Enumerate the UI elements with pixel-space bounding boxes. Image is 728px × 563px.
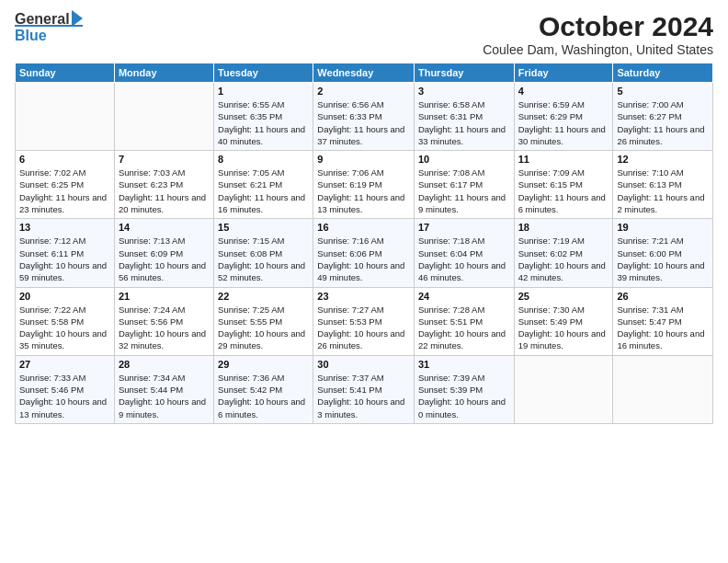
day-number: 23	[317, 291, 410, 302]
table-cell: 15Sunrise: 7:15 AM Sunset: 6:08 PM Dayli…	[214, 219, 313, 287]
day-number: 7	[119, 154, 210, 165]
day-number: 4	[518, 86, 609, 97]
day-info: Sunrise: 7:33 AM Sunset: 5:46 PM Dayligh…	[19, 372, 110, 420]
table-cell	[514, 355, 613, 423]
table-cell: 4Sunrise: 6:59 AM Sunset: 6:29 PM Daylig…	[514, 83, 613, 151]
col-monday: Monday	[114, 63, 213, 83]
day-number: 5	[617, 86, 709, 97]
day-number: 20	[19, 291, 110, 302]
table-cell: 26Sunrise: 7:31 AM Sunset: 5:47 PM Dayli…	[613, 287, 713, 355]
day-info: Sunrise: 7:39 AM Sunset: 5:39 PM Dayligh…	[418, 372, 510, 420]
logo: General Blue	[15, 11, 83, 44]
day-info: Sunrise: 6:58 AM Sunset: 6:31 PM Dayligh…	[418, 98, 510, 147]
table-cell: 13Sunrise: 7:12 AM Sunset: 6:11 PM Dayli…	[16, 219, 115, 287]
day-number: 28	[119, 359, 210, 370]
day-number: 2	[317, 86, 410, 97]
day-number: 30	[317, 359, 410, 370]
table-cell: 8Sunrise: 7:05 AM Sunset: 6:21 PM Daylig…	[214, 151, 313, 219]
day-info: Sunrise: 7:08 AM Sunset: 6:17 PM Dayligh…	[418, 167, 510, 215]
day-info: Sunrise: 6:55 AM Sunset: 6:35 PM Dayligh…	[218, 98, 309, 147]
table-cell: 1Sunrise: 6:55 AM Sunset: 6:35 PM Daylig…	[214, 83, 313, 151]
day-info: Sunrise: 7:28 AM Sunset: 5:51 PM Dayligh…	[418, 304, 510, 352]
day-number: 17	[418, 222, 510, 233]
day-number: 14	[119, 222, 210, 233]
table-cell: 22Sunrise: 7:25 AM Sunset: 5:55 PM Dayli…	[214, 287, 313, 355]
day-info: Sunrise: 7:15 AM Sunset: 6:08 PM Dayligh…	[218, 235, 309, 283]
day-info: Sunrise: 7:09 AM Sunset: 6:15 PM Dayligh…	[518, 167, 609, 215]
table-cell: 10Sunrise: 7:08 AM Sunset: 6:17 PM Dayli…	[414, 151, 514, 219]
day-info: Sunrise: 7:25 AM Sunset: 5:55 PM Dayligh…	[218, 304, 309, 352]
day-info: Sunrise: 7:34 AM Sunset: 5:44 PM Dayligh…	[119, 372, 210, 420]
table-cell: 6Sunrise: 7:02 AM Sunset: 6:25 PM Daylig…	[16, 151, 115, 219]
day-number: 3	[418, 86, 510, 97]
day-info: Sunrise: 7:12 AM Sunset: 6:11 PM Dayligh…	[19, 235, 110, 283]
col-thursday: Thursday	[414, 63, 514, 83]
header: General Blue October 2024 Coulee Dam, Wa…	[15, 11, 713, 57]
calendar-body: 1Sunrise: 6:55 AM Sunset: 6:35 PM Daylig…	[16, 83, 713, 424]
table-cell: 2Sunrise: 6:56 AM Sunset: 6:33 PM Daylig…	[313, 83, 415, 151]
day-number: 12	[617, 154, 709, 165]
calendar-header: Sunday Monday Tuesday Wednesday Thursday…	[16, 63, 713, 83]
day-info: Sunrise: 7:19 AM Sunset: 6:02 PM Dayligh…	[518, 235, 609, 283]
title-block: October 2024 Coulee Dam, Washington, Uni…	[483, 11, 713, 57]
col-saturday: Saturday	[613, 63, 713, 83]
day-number: 11	[518, 154, 609, 165]
day-info: Sunrise: 7:06 AM Sunset: 6:19 PM Dayligh…	[317, 167, 410, 215]
table-cell	[613, 355, 713, 423]
day-info: Sunrise: 7:13 AM Sunset: 6:09 PM Dayligh…	[119, 235, 210, 283]
day-info: Sunrise: 7:18 AM Sunset: 6:04 PM Dayligh…	[418, 235, 510, 283]
week-row-2: 6Sunrise: 7:02 AM Sunset: 6:25 PM Daylig…	[16, 151, 713, 219]
day-number: 10	[418, 154, 510, 165]
logo-chevron-icon	[72, 10, 83, 27]
day-number: 21	[119, 291, 210, 302]
day-number: 31	[418, 359, 510, 370]
day-info: Sunrise: 7:22 AM Sunset: 5:58 PM Dayligh…	[19, 304, 110, 352]
table-cell: 19Sunrise: 7:21 AM Sunset: 6:00 PM Dayli…	[613, 219, 713, 287]
calendar-table: Sunday Monday Tuesday Wednesday Thursday…	[15, 63, 713, 424]
table-cell	[114, 83, 213, 151]
table-cell: 16Sunrise: 7:16 AM Sunset: 6:06 PM Dayli…	[313, 219, 415, 287]
day-number: 1	[218, 86, 309, 97]
table-cell: 23Sunrise: 7:27 AM Sunset: 5:53 PM Dayli…	[313, 287, 415, 355]
col-friday: Friday	[514, 63, 613, 83]
logo-bottom: Blue	[15, 25, 83, 44]
table-cell: 11Sunrise: 7:09 AM Sunset: 6:15 PM Dayli…	[514, 151, 613, 219]
page: General Blue October 2024 Coulee Dam, Wa…	[0, 0, 728, 563]
day-info: Sunrise: 6:56 AM Sunset: 6:33 PM Dayligh…	[317, 98, 410, 147]
day-info: Sunrise: 6:59 AM Sunset: 6:29 PM Dayligh…	[518, 98, 609, 147]
table-cell: 30Sunrise: 7:37 AM Sunset: 5:41 PM Dayli…	[313, 355, 415, 423]
table-cell: 29Sunrise: 7:36 AM Sunset: 5:42 PM Dayli…	[214, 355, 313, 423]
table-cell: 24Sunrise: 7:28 AM Sunset: 5:51 PM Dayli…	[414, 287, 514, 355]
calendar-subtitle: Coulee Dam, Washington, United States	[483, 42, 713, 57]
day-number: 13	[19, 222, 110, 233]
day-info: Sunrise: 7:30 AM Sunset: 5:49 PM Dayligh…	[518, 304, 609, 352]
day-info: Sunrise: 7:16 AM Sunset: 6:06 PM Dayligh…	[317, 235, 410, 283]
table-cell: 17Sunrise: 7:18 AM Sunset: 6:04 PM Dayli…	[414, 219, 514, 287]
day-info: Sunrise: 7:10 AM Sunset: 6:13 PM Dayligh…	[617, 167, 709, 215]
day-info: Sunrise: 7:00 AM Sunset: 6:27 PM Dayligh…	[617, 98, 709, 147]
week-row-3: 13Sunrise: 7:12 AM Sunset: 6:11 PM Dayli…	[16, 219, 713, 287]
day-info: Sunrise: 7:21 AM Sunset: 6:00 PM Dayligh…	[617, 235, 709, 283]
table-cell: 27Sunrise: 7:33 AM Sunset: 5:46 PM Dayli…	[16, 355, 115, 423]
table-cell: 12Sunrise: 7:10 AM Sunset: 6:13 PM Dayli…	[613, 151, 713, 219]
day-number: 16	[317, 222, 410, 233]
table-cell: 3Sunrise: 6:58 AM Sunset: 6:31 PM Daylig…	[414, 83, 514, 151]
day-info: Sunrise: 7:37 AM Sunset: 5:41 PM Dayligh…	[317, 372, 410, 420]
table-cell: 31Sunrise: 7:39 AM Sunset: 5:39 PM Dayli…	[414, 355, 514, 423]
day-number: 22	[218, 291, 309, 302]
week-row-1: 1Sunrise: 6:55 AM Sunset: 6:35 PM Daylig…	[16, 83, 713, 151]
table-cell	[16, 83, 115, 151]
logo-word: General	[15, 11, 70, 28]
day-number: 26	[617, 291, 709, 302]
day-info: Sunrise: 7:24 AM Sunset: 5:56 PM Dayligh…	[119, 304, 210, 352]
day-number: 18	[518, 222, 609, 233]
day-number: 25	[518, 291, 609, 302]
day-info: Sunrise: 7:36 AM Sunset: 5:42 PM Dayligh…	[218, 372, 309, 420]
day-number: 19	[617, 222, 709, 233]
day-number: 8	[218, 154, 309, 165]
col-sunday: Sunday	[16, 63, 115, 83]
table-cell: 20Sunrise: 7:22 AM Sunset: 5:58 PM Dayli…	[16, 287, 115, 355]
day-info: Sunrise: 7:27 AM Sunset: 5:53 PM Dayligh…	[317, 304, 410, 352]
day-info: Sunrise: 7:05 AM Sunset: 6:21 PM Dayligh…	[218, 167, 309, 215]
table-cell: 7Sunrise: 7:03 AM Sunset: 6:23 PM Daylig…	[114, 151, 213, 219]
